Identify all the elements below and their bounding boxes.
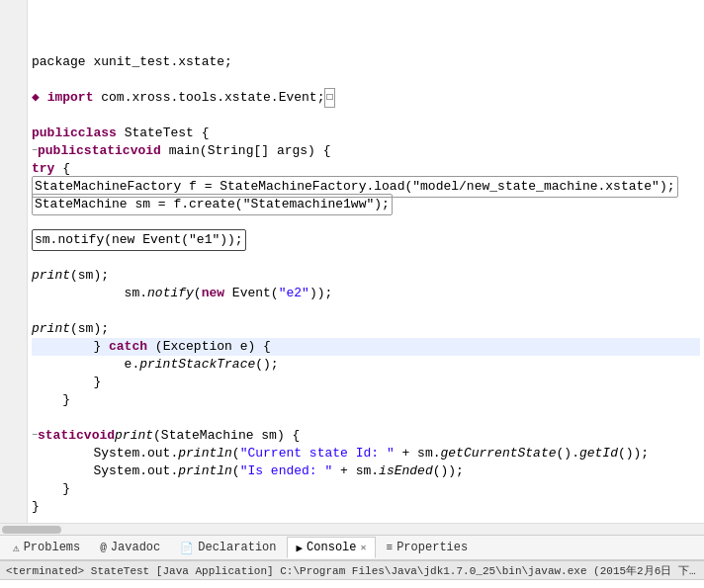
console-icon: ▶ bbox=[296, 542, 303, 554]
code-line bbox=[32, 71, 700, 89]
tab-declaration-label: Declaration bbox=[198, 541, 276, 554]
tab-console[interactable]: ▶ Console ✕ bbox=[287, 537, 375, 558]
console-output bbox=[0, 580, 704, 588]
code-line bbox=[32, 409, 700, 427]
code-line: sm.notify(new Event("e2")); bbox=[32, 285, 700, 302]
tab-bar: ⚠ Problems @ Javadoc 📄 Declaration ▶ Con… bbox=[0, 535, 704, 560]
line-numbers bbox=[0, 0, 28, 523]
code-line: } bbox=[32, 480, 700, 498]
console-close-icon[interactable]: ✕ bbox=[361, 542, 367, 553]
code-line: } bbox=[32, 498, 700, 516]
code-line: } bbox=[32, 374, 700, 391]
javadoc-icon: @ bbox=[100, 542, 107, 553]
tab-problems-label: Problems bbox=[24, 541, 81, 554]
code-line: package xunit_test.xstate; bbox=[32, 53, 700, 71]
console-header: <terminated> StateTest [Java Application… bbox=[0, 560, 704, 580]
declaration-icon: 📄 bbox=[180, 542, 194, 554]
code-line: } bbox=[32, 391, 700, 409]
code-content[interactable]: package xunit_test.xstate; ◆ import com.… bbox=[28, 0, 704, 523]
tab-properties[interactable]: ≡ Properties bbox=[378, 537, 478, 558]
scrollbar-thumb[interactable] bbox=[2, 526, 61, 534]
code-line: ◆ import com.xross.tools.xstate.Event;□ bbox=[32, 89, 700, 107]
tab-javadoc[interactable]: @ Javadoc bbox=[91, 537, 169, 558]
code-line: − static void print(StateMachine sm) { bbox=[32, 427, 700, 445]
properties-icon: ≡ bbox=[387, 542, 394, 553]
tab-properties-label: Properties bbox=[396, 541, 468, 554]
horizontal-scrollbar[interactable] bbox=[0, 523, 704, 535]
problems-icon: ⚠ bbox=[13, 542, 20, 554]
code-line: } catch (Exception e) { bbox=[32, 338, 700, 356]
tab-problems[interactable]: ⚠ Problems bbox=[4, 537, 89, 558]
tab-console-label: Console bbox=[307, 541, 356, 554]
code-line bbox=[32, 107, 700, 125]
code-line: − public static void main(String[] args)… bbox=[32, 142, 700, 160]
tab-javadoc-label: Javadoc bbox=[111, 541, 160, 554]
code-line: System.out.println("Is ended: " + sm.isE… bbox=[32, 462, 700, 480]
code-editor: package xunit_test.xstate; ◆ import com.… bbox=[0, 0, 704, 535]
console-area: <terminated> StateTest [Java Application… bbox=[0, 560, 704, 588]
code-line: print(sm); bbox=[32, 320, 700, 338]
code-line bbox=[32, 249, 700, 267]
code-line: e.printStackTrace(); bbox=[32, 356, 700, 374]
code-line: public class StateTest { bbox=[32, 125, 700, 142]
tab-declaration[interactable]: 📄 Declaration bbox=[171, 537, 285, 558]
code-line: StateMachine sm = f.create("Statemachine… bbox=[32, 196, 700, 213]
code-line bbox=[32, 302, 700, 320]
code-line: print(sm); bbox=[32, 267, 700, 285]
code-line: System.out.println("Current state Id: " … bbox=[32, 445, 700, 462]
code-line: sm.notify(new Event("e1")); bbox=[32, 231, 700, 249]
